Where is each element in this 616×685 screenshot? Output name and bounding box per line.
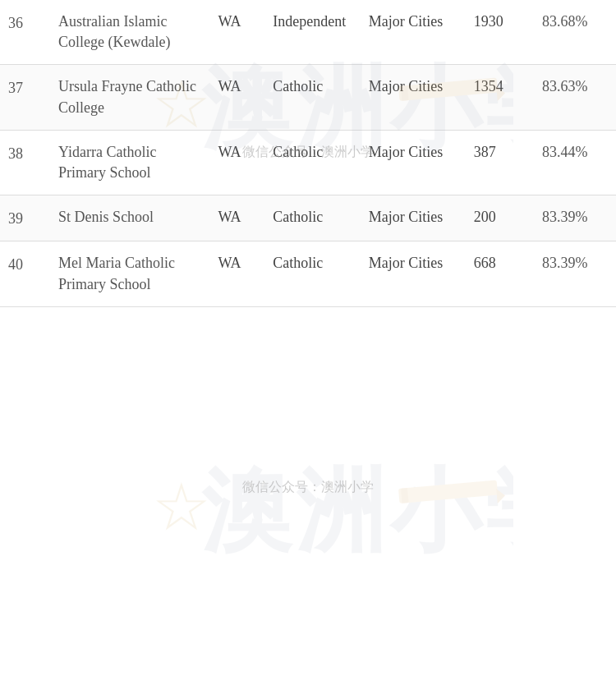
svg-text:澳洲小学: 澳洲小学 [201, 462, 513, 562]
score-cell: 83.68% [534, 0, 616, 65]
sector-cell: Catholic [264, 130, 361, 195]
rank-cell: 38 [0, 130, 50, 195]
sector-cell: Independent [264, 0, 361, 65]
state-cell: WA [210, 241, 265, 306]
area-cell: Major Cities [361, 241, 466, 306]
sector-cell: Catholic [264, 65, 361, 130]
area-cell: Major Cities [361, 65, 466, 130]
school-name-cell: Australian Islamic College (Kewdale) [50, 0, 209, 65]
score-cell: 83.63% [534, 65, 616, 130]
score-cell: 83.39% [534, 195, 616, 241]
rank-cell: 36 [0, 0, 50, 65]
rankings-table: 36 Australian Islamic College (Kewdale) … [0, 0, 616, 307]
score-cell: 83.44% [534, 130, 616, 195]
state-cell: WA [210, 195, 265, 241]
table-row: 38 Yidarra Catholic Primary School WA Ca… [0, 130, 616, 195]
area-cell: Major Cities [361, 0, 466, 65]
svg-marker-9 [496, 488, 506, 503]
students-cell: 200 [466, 195, 534, 241]
score-cell: 83.39% [534, 241, 616, 306]
area-cell: Major Cities [361, 195, 466, 241]
table-row: 39 St Denis School WA Catholic Major Cit… [0, 195, 616, 241]
table-row: 40 Mel Maria Catholic Primary School WA … [0, 241, 616, 306]
svg-rect-8 [401, 488, 409, 503]
school-name-cell: Ursula Frayne Catholic College [50, 65, 209, 130]
school-name-cell: St Denis School [50, 195, 209, 241]
wechat-label-bottom: 微信公众号：澳洲小学 [242, 479, 374, 496]
table-row: 37 Ursula Frayne Catholic College WA Cat… [0, 65, 616, 130]
students-cell: 387 [466, 130, 534, 195]
school-name-cell: Mel Maria Catholic Primary School [50, 241, 209, 306]
school-name-cell: Yidarra Catholic Primary School [50, 130, 209, 195]
rank-cell: 37 [0, 65, 50, 130]
svg-text:☆: ☆ [152, 471, 211, 544]
sector-cell: Catholic [264, 195, 361, 241]
state-cell: WA [210, 0, 265, 65]
rank-cell: 39 [0, 195, 50, 241]
state-cell: WA [210, 130, 265, 195]
svg-rect-7 [398, 480, 498, 503]
area-cell: Major Cities [361, 130, 466, 195]
students-cell: 668 [466, 241, 534, 306]
rank-cell: 40 [0, 241, 50, 306]
table-row: 36 Australian Islamic College (Kewdale) … [0, 0, 616, 65]
state-cell: WA [210, 65, 265, 130]
students-cell: 1930 [466, 0, 534, 65]
sector-cell: Catholic [264, 241, 361, 306]
students-cell: 1354 [466, 65, 534, 130]
